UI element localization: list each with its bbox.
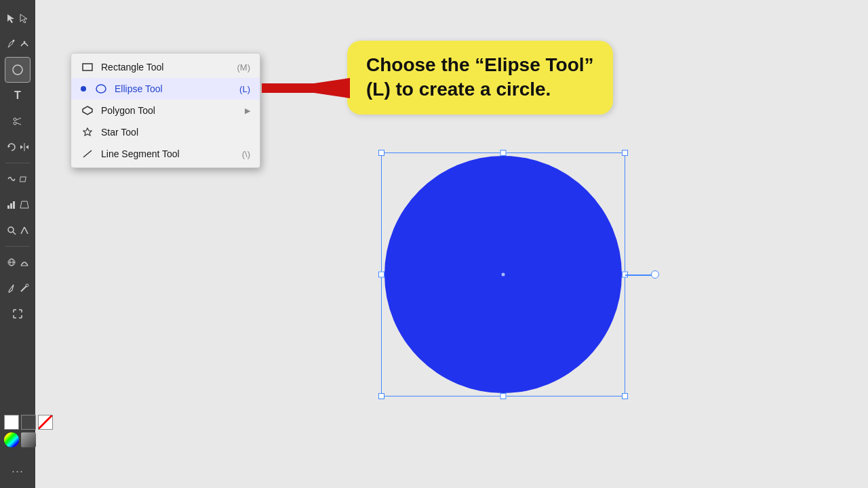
- eyedropper-tool[interactable]: [18, 276, 31, 300]
- handle-top-mid[interactable]: [500, 150, 507, 156]
- transform-tools: [3, 134, 33, 160]
- warp-tool[interactable]: [5, 167, 18, 191]
- stroke-swatch[interactable]: [21, 415, 36, 430]
- pen-tool[interactable]: [5, 32, 18, 56]
- svg-marker-1: [20, 14, 27, 23]
- graph-tools: [3, 192, 33, 218]
- svg-point-3: [23, 41, 25, 43]
- warp-tools: [3, 166, 33, 192]
- symbol-tools: [3, 249, 33, 275]
- divider-1: [5, 163, 30, 163]
- scissors-tool[interactable]: [5, 109, 30, 134]
- star-tool-item[interactable]: Star Tool: [71, 121, 260, 143]
- active-indicator: [81, 86, 86, 92]
- rectangle-tool-label: Rectangle Tool: [101, 62, 163, 73]
- line-segment-tool-item[interactable]: Line Segment Tool (\): [71, 143, 260, 165]
- svg-rect-16: [13, 201, 15, 209]
- svg-point-6: [14, 122, 16, 125]
- svg-marker-9: [8, 145, 10, 148]
- paint-brush-tool[interactable]: [5, 276, 18, 300]
- right-handle-line: [625, 274, 652, 276]
- selection-tool[interactable]: [5, 6, 18, 30]
- svg-point-2: [12, 40, 14, 42]
- type-tool[interactable]: T: [5, 83, 30, 108]
- handle-bottom-right[interactable]: [622, 393, 628, 399]
- polygon-icon: [81, 104, 94, 117]
- blend-tool[interactable]: [18, 250, 31, 274]
- color-wheel[interactable]: [4, 432, 19, 447]
- zoom-tools: [3, 218, 33, 243]
- perspective-tool[interactable]: [18, 192, 31, 217]
- zoom-tool[interactable]: [5, 218, 18, 243]
- svg-rect-42: [262, 83, 326, 93]
- svg-point-4: [13, 65, 22, 75]
- handle-top-right[interactable]: [622, 150, 628, 156]
- canvas-area: Rectangle Tool (M) Ellipse Tool (L) Poly…: [35, 0, 868, 488]
- ellipse-shortcut: (L): [239, 84, 250, 94]
- handle-bottom-left[interactable]: [378, 393, 384, 399]
- svg-point-37: [96, 85, 106, 93]
- callout-arrow: [262, 71, 350, 105]
- submenu-arrow: ▶: [245, 106, 250, 115]
- swatch-row-1: [4, 415, 53, 430]
- svg-rect-15: [10, 203, 12, 209]
- artboard-tool[interactable]: [5, 302, 30, 326]
- star-tool-label: Star Tool: [101, 127, 138, 138]
- puppet-warp-tool[interactable]: [18, 218, 31, 243]
- selection-bounding-box: [381, 152, 625, 396]
- svg-line-19: [13, 232, 16, 235]
- paint-tools: [3, 275, 33, 301]
- fill-swatch[interactable]: [4, 415, 19, 430]
- svg-line-8: [16, 123, 21, 125]
- tooltip-text: Choose the “Elipse Tool” (L) to create a…: [366, 53, 594, 102]
- ellipse-shape-tool[interactable]: [5, 58, 30, 82]
- rectangle-tool-item[interactable]: Rectangle Tool (M): [71, 56, 260, 78]
- rectangle-shortcut: (M): [237, 62, 251, 73]
- circle-object[interactable]: [381, 152, 625, 396]
- ellipse-tool-item[interactable]: Ellipse Tool (L): [71, 78, 260, 100]
- more-tools[interactable]: ···: [12, 464, 24, 479]
- reflect-tool[interactable]: [18, 135, 31, 159]
- shape-dropdown-menu: Rectangle Tool (M) Ellipse Tool (L) Poly…: [71, 53, 260, 168]
- tooltip-line-1: Choose the “Elipse Tool”: [366, 54, 594, 75]
- svg-line-26: [21, 286, 26, 291]
- free-transform-tool[interactable]: [18, 167, 31, 191]
- curvature-tool[interactable]: [18, 32, 31, 56]
- line-segment-tool-label: Line Segment Tool: [101, 148, 180, 159]
- svg-line-20: [21, 227, 24, 234]
- handle-bottom-mid[interactable]: [500, 393, 507, 399]
- svg-marker-0: [7, 14, 14, 23]
- polygon-tool-label: Polygon Tool: [101, 105, 155, 116]
- handle-left-mid[interactable]: [378, 272, 384, 278]
- svg-marker-11: [20, 145, 23, 149]
- rectangle-icon: [81, 60, 94, 74]
- gradient-swatch[interactable]: [21, 432, 36, 447]
- rotate-tool[interactable]: [5, 135, 18, 159]
- handle-top-left[interactable]: [378, 150, 384, 156]
- svg-rect-36: [83, 64, 92, 70]
- svg-point-5: [14, 118, 16, 121]
- selection-tools: [3, 5, 33, 31]
- swatch-row-2: [4, 432, 53, 447]
- tooltip-line-2: (L) to create a circle.: [366, 79, 551, 100]
- globe-tool[interactable]: [5, 250, 18, 274]
- tooltip-bubble: Choose the “Elipse Tool” (L) to create a…: [347, 41, 613, 115]
- graph-tool[interactable]: [5, 192, 18, 217]
- right-handle-circle[interactable]: [651, 270, 659, 279]
- direct-selection-tool[interactable]: [18, 6, 31, 30]
- line-segment-icon: [81, 147, 94, 161]
- svg-rect-14: [7, 205, 9, 209]
- svg-marker-39: [83, 128, 92, 136]
- svg-point-27: [26, 284, 28, 287]
- none-swatch[interactable]: [38, 415, 53, 430]
- toolbar: T: [0, 0, 35, 488]
- polygon-tool-item[interactable]: Polygon Tool ▶: [71, 100, 260, 121]
- svg-marker-17: [20, 201, 28, 208]
- svg-marker-38: [83, 106, 92, 115]
- svg-point-18: [8, 227, 14, 232]
- ellipse-icon: [94, 82, 108, 96]
- svg-line-21: [24, 227, 28, 234]
- pen-tools: [3, 31, 33, 57]
- svg-line-7: [16, 118, 21, 120]
- line-segment-shortcut: (\): [242, 149, 250, 159]
